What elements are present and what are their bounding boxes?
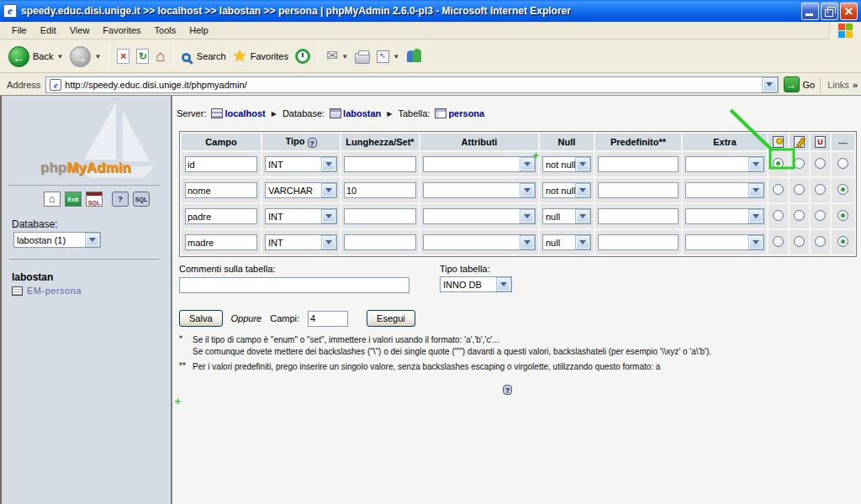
page-favicon: e [50, 79, 61, 91]
extra-select[interactable] [685, 234, 764, 250]
null-select[interactable]: not null [542, 156, 591, 172]
execute-button[interactable]: Esegui [367, 310, 415, 327]
index-radio[interactable] [794, 158, 805, 169]
index-radio[interactable] [794, 236, 805, 247]
campo-input[interactable] [185, 156, 257, 172]
lunghezza-input[interactable] [344, 182, 416, 198]
primary-radio[interactable] [773, 184, 784, 195]
header-null: Null [540, 134, 594, 150]
refresh-button[interactable]: ↻ [133, 47, 152, 66]
messenger-button[interactable] [403, 47, 426, 66]
menu-edit[interactable]: Edit [34, 23, 63, 38]
go-button[interactable]: → Go [784, 76, 816, 92]
edit-button[interactable]: ▼ [373, 49, 403, 65]
campo-input[interactable] [185, 208, 257, 224]
database-select[interactable]: labostan (1) [13, 232, 101, 248]
campo-input[interactable] [185, 234, 257, 250]
home-icon[interactable]: ⌂ [44, 192, 61, 207]
back-button[interactable]: ← Back ▼ [5, 45, 66, 69]
query-help-icon[interactable]: ? [112, 192, 129, 207]
extra-select[interactable] [685, 156, 764, 172]
predefinito-input[interactable] [598, 208, 679, 224]
primary-radio[interactable] [773, 236, 784, 247]
favorites-button[interactable]: ★ Favorites [230, 47, 292, 66]
forward-button[interactable]: → ▼ [66, 45, 104, 69]
fields-count-input[interactable] [308, 311, 348, 327]
menu-favorites[interactable]: Favorites [96, 23, 147, 38]
stop-button[interactable]: × [114, 47, 133, 66]
index-radio[interactable] [794, 210, 805, 221]
comments-input[interactable] [179, 277, 409, 293]
mail-button[interactable]: ✉ ▼ [323, 47, 351, 66]
restore-button[interactable] [821, 3, 838, 20]
help-icon[interactable]: ? [308, 138, 317, 148]
query-window-icon[interactable]: SQL [133, 192, 150, 207]
tipo-select[interactable]: INT [265, 234, 337, 250]
chevron-down-icon[interactable] [86, 234, 99, 246]
minimize-button[interactable] [801, 3, 819, 20]
unique-radio[interactable] [815, 184, 826, 195]
attributi-select[interactable] [423, 156, 536, 172]
forward-dropdown-icon[interactable]: ▼ [94, 53, 101, 60]
unique-radio[interactable] [815, 210, 826, 221]
fields-table: Campo Tipo? Lunghezza/Set* Attributi Nul… [179, 131, 857, 257]
null-select[interactable]: null [542, 234, 591, 250]
primary-radio[interactable] [773, 210, 784, 221]
print-button[interactable] [351, 48, 373, 66]
none-radio[interactable] [837, 184, 848, 195]
lunghezza-input[interactable] [344, 208, 416, 224]
back-icon: ← [8, 46, 29, 67]
none-radio[interactable] [837, 158, 848, 169]
breadcrumb-table-link[interactable]: persona [448, 108, 484, 118]
menu-view[interactable]: View [63, 23, 97, 38]
predefinito-input[interactable] [598, 182, 679, 198]
sql-window-icon[interactable]: SQL [86, 192, 103, 207]
none-radio[interactable] [837, 236, 848, 247]
logout-icon[interactable]: Exit [65, 192, 82, 207]
address-dropdown-button[interactable] [763, 78, 777, 92]
lunghezza-input[interactable] [344, 234, 416, 250]
attributi-select[interactable] [423, 208, 536, 224]
close-button[interactable] [840, 3, 858, 20]
tipo-select[interactable]: VARCHAR [265, 182, 337, 198]
address-field[interactable]: e [45, 76, 778, 93]
extra-select[interactable] [685, 182, 764, 198]
none-radio[interactable] [837, 210, 848, 221]
menu-tools[interactable]: Tools [148, 23, 183, 38]
predefinito-input[interactable] [598, 234, 679, 250]
table-type-label: Tipo tabella: [440, 264, 490, 274]
chevron-down-icon[interactable] [497, 278, 510, 291]
breadcrumb-server-link[interactable]: localhost [224, 108, 265, 118]
lunghezza-input[interactable] [344, 156, 416, 172]
primary-radio[interactable] [773, 158, 784, 169]
history-button[interactable] [292, 47, 314, 66]
tipo-select[interactable]: INT [265, 208, 337, 224]
breadcrumb-database-link[interactable]: labostan [343, 108, 381, 118]
home-button[interactable]: ⌂ [152, 47, 168, 66]
sidebar-table-item[interactable]: EM-persona [12, 286, 82, 296]
campo-input[interactable] [185, 182, 257, 198]
edit-dropdown-icon[interactable]: ▼ [393, 53, 399, 60]
tipo-select[interactable]: INT [265, 156, 337, 172]
help-icon[interactable]: ? [503, 385, 512, 395]
predefinito-input[interactable] [598, 156, 679, 172]
attributi-select[interactable] [423, 182, 536, 198]
search-button[interactable]: Search [178, 50, 230, 64]
table-type-select[interactable]: INNO DB [440, 276, 512, 292]
extra-select[interactable] [685, 208, 764, 224]
null-select[interactable]: not null [542, 182, 591, 198]
menu-help[interactable]: Help [182, 23, 215, 38]
unique-radio[interactable] [815, 236, 826, 247]
unique-radio[interactable] [815, 158, 826, 169]
save-button[interactable]: Salva [179, 310, 223, 327]
address-input[interactable] [65, 80, 762, 90]
mail-dropdown-icon[interactable]: ▼ [341, 53, 348, 60]
links-toolbar[interactable]: Links » [820, 76, 858, 93]
null-select[interactable]: null [542, 208, 591, 224]
attributi-select[interactable] [423, 234, 536, 250]
table-link[interactable]: EM-persona [27, 286, 82, 296]
browse-table-icon[interactable] [12, 286, 23, 296]
index-radio[interactable] [794, 184, 805, 195]
menu-file[interactable]: File [5, 23, 34, 38]
back-dropdown-icon[interactable]: ▼ [56, 53, 63, 60]
